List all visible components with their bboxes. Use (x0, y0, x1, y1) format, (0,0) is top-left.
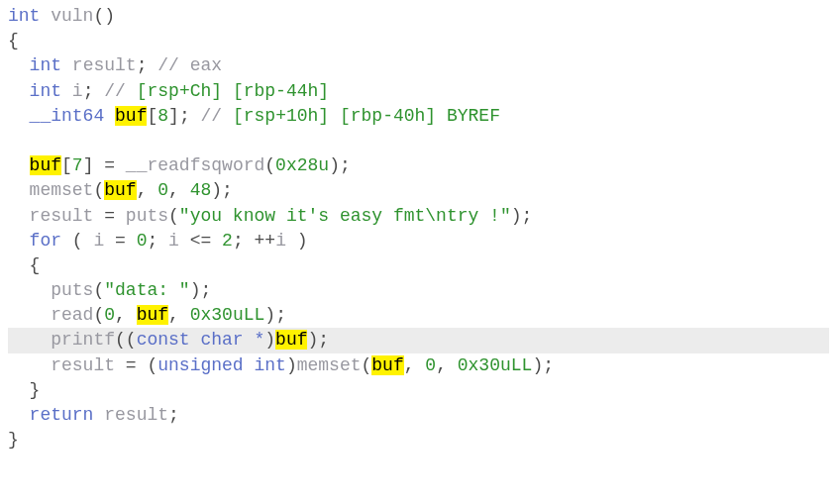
text (104, 106, 115, 126)
code-line-17[interactable]: return result; (8, 403, 829, 428)
comma: , (168, 180, 190, 200)
brace-close: } (8, 430, 19, 450)
code-line-12[interactable]: puts("data: "); (8, 278, 829, 303)
indent (8, 81, 30, 101)
semicolon: ; (318, 330, 329, 350)
paren-open: ( (147, 355, 157, 375)
semicolon: ; (168, 405, 179, 425)
type-keyword: __int64 (30, 106, 105, 126)
var-buf-highlight: buf (104, 180, 136, 200)
paren-open: ( (264, 155, 275, 175)
arg: 0x28u (275, 155, 329, 175)
code-line-4[interactable]: int i; // [rsp+Ch] [rbp-44h] (8, 79, 829, 104)
var-result: result (104, 405, 168, 425)
indent (8, 305, 51, 325)
text (190, 106, 201, 126)
paren-close: ) (532, 355, 543, 375)
assign: = (93, 155, 125, 175)
text (61, 231, 72, 251)
var-i: i (168, 231, 179, 251)
paren-close: ) (511, 206, 522, 226)
semi: ; (147, 231, 168, 251)
code-line-7[interactable]: buf[7] = __readfsqword(0x28u); (8, 153, 829, 178)
text (93, 81, 104, 101)
func-memset: memset (297, 355, 362, 375)
code-line-13[interactable]: read(0, buf, 0x30uLL); (8, 303, 829, 328)
semicolon: ; (340, 155, 351, 175)
code-line-16[interactable]: } (8, 378, 829, 403)
comma: , (137, 180, 158, 200)
semicolon: ; (137, 55, 148, 75)
indent (8, 280, 51, 300)
semi-inc: ; ++ (233, 231, 275, 251)
func-puts: puts (51, 280, 93, 300)
assign: = (93, 206, 125, 226)
two: 2 (222, 231, 233, 251)
code-line-18[interactable]: } (8, 428, 829, 453)
indent (8, 206, 30, 226)
cast-type: unsigned int (157, 355, 286, 375)
type-keyword: int (30, 81, 61, 101)
paren-close: ) (211, 180, 222, 200)
indent (8, 106, 30, 126)
semicolon: ; (83, 81, 94, 101)
indent (8, 155, 30, 175)
function-name: vuln (51, 6, 93, 26)
bracket-open: [ (61, 155, 72, 175)
code-line-3[interactable]: int result; // eax (8, 53, 829, 78)
code-line-5[interactable]: __int64 buf[8]; // [rsp+10h] [rbp-40h] B… (8, 104, 829, 129)
text (40, 6, 51, 26)
var-buf-highlight: buf (371, 355, 403, 375)
comma: , (404, 355, 426, 375)
brace-close: } (30, 380, 41, 400)
code-line-1[interactable]: int vuln() (8, 4, 829, 29)
bracket-close: ] (83, 155, 94, 175)
code-line-9[interactable]: result = puts("you know it's easy fmt\nt… (8, 204, 829, 229)
paren-close: ) (264, 305, 275, 325)
paren-open: ( (168, 206, 179, 226)
var-i: i (93, 231, 104, 251)
var-i: i (275, 231, 286, 251)
kw-return: return (30, 405, 94, 425)
code-line-15[interactable]: result = (unsigned int)memset(buf, 0, 0x… (8, 353, 829, 378)
code-line-11[interactable]: { (8, 253, 829, 278)
assign: = (115, 355, 147, 375)
array-size: 8 (157, 106, 168, 126)
string-literal: "you know it's easy fmt\ntry !" (179, 206, 511, 226)
indent (8, 55, 30, 75)
func-printf: printf (51, 330, 115, 350)
comma: , (115, 305, 137, 325)
bracket-close: ] (168, 106, 179, 126)
paren-close: ) (264, 330, 275, 350)
code-line-6-empty[interactable] (8, 129, 829, 153)
assign: = (104, 231, 136, 251)
comment-addr: [rsp+10h] [rbp-40h] BYREF (233, 106, 500, 126)
paren-open: ( (93, 305, 104, 325)
func-readfsqword: __readfsqword (126, 155, 264, 175)
kw-for: for (30, 231, 61, 251)
zero: 0 (137, 231, 148, 251)
indent (8, 380, 30, 400)
func-puts: puts (126, 206, 168, 226)
semicolon: ; (222, 180, 233, 200)
comment-addr: [rsp+Ch] [rbp-44h] (137, 81, 329, 101)
paren-close: ) (286, 231, 308, 251)
code-editor: int vuln() { int result; // eax int i; /… (8, 4, 829, 453)
indent (8, 405, 30, 425)
text (93, 405, 104, 425)
indent (8, 330, 51, 350)
semicolon: ; (200, 280, 211, 300)
code-line-14-current[interactable]: printf((const char *)buf); (8, 328, 829, 353)
code-line-8[interactable]: memset(buf, 0, 48); (8, 178, 829, 203)
type-keyword: int (30, 55, 61, 75)
paren-close: ) (286, 355, 297, 375)
var-result: result (72, 55, 137, 75)
indent (8, 255, 30, 275)
indent (8, 231, 30, 251)
type-keyword: int (8, 6, 40, 26)
brace-open: { (8, 31, 19, 50)
comment: // eax (157, 55, 222, 75)
code-line-10[interactable]: for ( i = 0; i <= 2; ++i ) (8, 229, 829, 253)
zero: 0 (425, 355, 436, 375)
code-line-2[interactable]: { (8, 29, 829, 53)
